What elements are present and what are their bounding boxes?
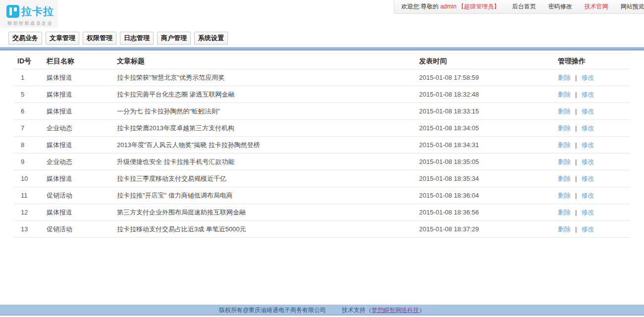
cell-article-title: 拉卡拉荣膺2013年度卓越第三方支付机构 xyxy=(116,120,419,137)
delete-link[interactable]: 删除 xyxy=(558,192,571,199)
cell-article-id: 11 xyxy=(14,187,46,204)
cell-actions: 删除|修改 xyxy=(557,69,630,86)
action-separator: | xyxy=(575,107,577,115)
cell-publish-time: 2015-01-08 18:36:04 xyxy=(419,187,557,204)
edit-link[interactable]: 修改 xyxy=(581,74,594,81)
cell-article-title: 拉卡拉完善平台化生态圈 渗透互联网金融 xyxy=(116,86,419,103)
table-row: 6媒体报道一分为七 拉卡拉孙陶然的"蚯蚓法则"2015-01-08 18:33:… xyxy=(14,103,630,120)
cell-article-title: 拉卡拉推"开店宝" 借力商铺低调布局电商 xyxy=(116,187,419,204)
column-header-actions: 管理操作 xyxy=(557,53,630,69)
cell-category: 媒体报道 xyxy=(46,103,116,120)
tab-permission[interactable]: 权限管理 xyxy=(83,32,116,45)
edit-link[interactable]: 修改 xyxy=(581,107,594,115)
action-separator: | xyxy=(575,225,577,233)
copyright-text: 版权所有@重庆渝靖通电子商务有限公司 xyxy=(219,307,326,314)
delete-link[interactable]: 删除 xyxy=(558,91,571,98)
tab-trading[interactable]: 交易业务 xyxy=(8,32,42,45)
cell-article-title: 拉卡拉荣获"智慧北京"优秀示范应用奖 xyxy=(116,69,419,86)
cell-article-title: 升级便捷也安全 拉卡拉推手机号汇款功能 xyxy=(116,154,419,170)
column-header-id: ID号 xyxy=(14,53,46,69)
cell-publish-time: 2015-01-08 18:36:56 xyxy=(419,204,557,221)
edit-link[interactable]: 修改 xyxy=(581,141,594,149)
cell-publish-time: 2015-01-08 18:35:05 xyxy=(419,154,557,170)
cell-article-title: 2013年度"百人风云人物奖"揭晓 拉卡拉孙陶然登榜 xyxy=(116,137,419,154)
cell-article-id: 8 xyxy=(14,137,46,154)
edit-link[interactable]: 修改 xyxy=(581,209,594,216)
action-separator: | xyxy=(575,209,577,216)
action-separator: | xyxy=(575,192,577,199)
edit-link[interactable]: 修改 xyxy=(581,225,594,233)
user-role: 【超级管理员】 xyxy=(458,3,500,10)
top-header: 拉卡拉 联想控股成员企业 欢迎您:尊敬的 admin 【超级管理员】 后台首页密… xyxy=(0,0,644,28)
cell-publish-time: 2015-01-08 18:37:29 xyxy=(419,221,557,238)
column-header-publish-time: 发表时间 xyxy=(419,53,557,69)
main-tabs: 交易业务文章管理权限管理日志管理商户管理系统设置 xyxy=(8,32,644,45)
cell-publish-time: 2015-01-08 18:32:48 xyxy=(419,86,557,103)
table-row: 13促销活动拉卡拉移动支付交易占比近3成 单笔近5000元2015-01-08 … xyxy=(14,221,630,238)
divider-bar xyxy=(0,47,644,51)
userbar-link-password[interactable]: 密码修改 xyxy=(548,2,572,11)
userbar-link-tech-site[interactable]: 技术官网 xyxy=(585,2,608,11)
cell-actions: 删除|修改 xyxy=(557,170,630,187)
cell-article-title: 拉卡拉三季度移动支付交易规模近千亿 xyxy=(116,170,419,187)
table-row: 1媒体报道拉卡拉荣获"智慧北京"优秀示范应用奖2015-01-08 17:58:… xyxy=(14,69,630,86)
logo-text: 拉卡拉 xyxy=(21,4,54,18)
cell-category: 媒体报道 xyxy=(46,170,116,187)
delete-link[interactable]: 删除 xyxy=(558,209,571,216)
userbar-link-site-preview[interactable]: 网站预览 xyxy=(621,2,644,11)
edit-link[interactable]: 修改 xyxy=(581,158,594,165)
support-link[interactable]: 梦想瞬智网络科技 xyxy=(372,307,419,314)
delete-link[interactable]: 删除 xyxy=(558,74,571,81)
column-header-category: 栏目名称 xyxy=(46,53,116,69)
action-separator: | xyxy=(575,91,577,98)
column-header-title: 文章标题 xyxy=(116,53,419,69)
delete-link[interactable]: 删除 xyxy=(558,158,571,165)
cell-article-id: 1 xyxy=(14,69,46,86)
cell-article-id: 12 xyxy=(14,204,46,221)
cell-article-id: 5 xyxy=(14,86,46,103)
cell-article-id: 6 xyxy=(14,103,46,120)
cell-actions: 删除|修改 xyxy=(557,221,630,238)
cell-category: 媒体报道 xyxy=(46,137,116,154)
delete-link[interactable]: 删除 xyxy=(558,141,571,149)
cell-article-title: 第三方支付企业外围布局提速助推互联网金融 xyxy=(116,204,419,221)
footer-bar: 版权所有@重庆渝靖通电子商务有限公司技术支持（梦想瞬智网络科技） xyxy=(0,305,644,316)
welcome-text: 欢迎您:尊敬的 admin 【超级管理员】 xyxy=(401,2,500,11)
logo: 拉卡拉 联想控股成员企业 xyxy=(0,0,58,28)
user-bar: 欢迎您:尊敬的 admin 【超级管理员】 后台首页密码修改技术官网网站预览退出 xyxy=(394,0,644,14)
cell-actions: 删除|修改 xyxy=(557,103,630,120)
cell-actions: 删除|修改 xyxy=(557,86,630,103)
tab-system[interactable]: 系统设置 xyxy=(194,32,228,45)
cell-category: 媒体报道 xyxy=(46,69,116,86)
table-row: 12媒体报道第三方支付企业外围布局提速助推互联网金融2015-01-08 18:… xyxy=(14,204,630,221)
edit-link[interactable]: 修改 xyxy=(581,192,594,199)
cell-article-id: 7 xyxy=(14,120,46,137)
cell-actions: 删除|修改 xyxy=(557,204,630,221)
edit-link[interactable]: 修改 xyxy=(581,124,594,132)
tab-log[interactable]: 日志管理 xyxy=(120,32,154,45)
content-area: ID号 栏目名称 文章标题 发表时间 管理操作 1媒体报道拉卡拉荣获"智慧北京"… xyxy=(0,51,644,238)
delete-link[interactable]: 删除 xyxy=(558,225,571,233)
cell-publish-time: 2015-01-08 18:35:34 xyxy=(419,170,557,187)
delete-link[interactable]: 删除 xyxy=(558,175,571,182)
action-separator: | xyxy=(575,158,577,165)
table-row: 10媒体报道拉卡拉三季度移动支付交易规模近千亿2015-01-08 18:35:… xyxy=(14,170,630,187)
action-separator: | xyxy=(575,175,577,182)
cell-actions: 删除|修改 xyxy=(557,154,630,170)
cell-article-id: 13 xyxy=(14,221,46,238)
userbar-links: 后台首页密码修改技术官网网站预览退出 xyxy=(512,2,644,11)
table-header-row: ID号 栏目名称 文章标题 发表时间 管理操作 xyxy=(14,53,630,69)
delete-link[interactable]: 删除 xyxy=(558,107,571,115)
lakala-logo-icon xyxy=(6,5,19,18)
delete-link[interactable]: 删除 xyxy=(558,124,571,132)
tab-article[interactable]: 文章管理 xyxy=(46,32,79,45)
userbar-link-admin-home[interactable]: 后台首页 xyxy=(512,2,536,11)
cell-article-title: 拉卡拉移动支付交易占比近3成 单笔近5000元 xyxy=(116,221,419,238)
cell-actions: 删除|修改 xyxy=(557,137,630,154)
edit-link[interactable]: 修改 xyxy=(581,91,594,98)
article-table: ID号 栏目名称 文章标题 发表时间 管理操作 1媒体报道拉卡拉荣获"智慧北京"… xyxy=(14,53,630,238)
edit-link[interactable]: 修改 xyxy=(581,175,594,182)
action-separator: | xyxy=(575,74,577,81)
cell-category: 促销活动 xyxy=(46,221,116,238)
tab-merchant[interactable]: 商户管理 xyxy=(157,32,191,45)
